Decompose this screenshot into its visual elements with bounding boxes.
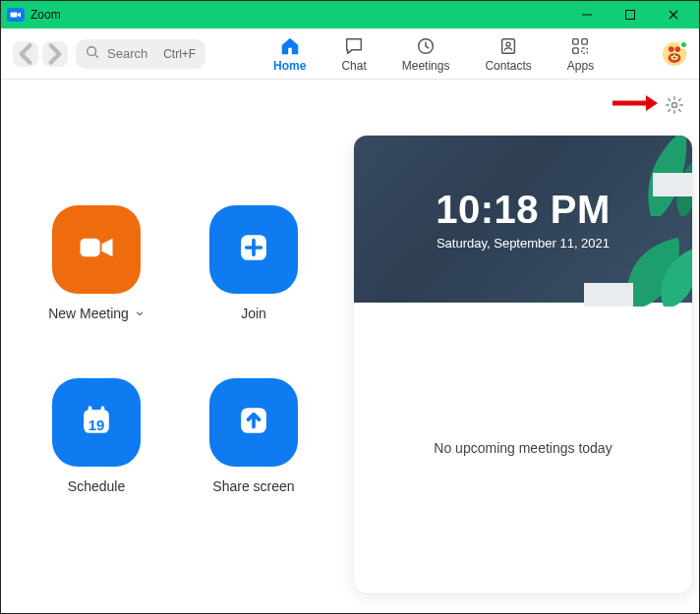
svg-rect-12 <box>573 47 579 53</box>
window-close-button[interactable] <box>652 1 695 28</box>
svg-point-16 <box>669 46 674 52</box>
action-label: Schedule <box>68 478 125 494</box>
window-maximize-button[interactable] <box>609 1 652 28</box>
nav-forward-button[interactable] <box>42 41 68 67</box>
svg-line-6 <box>95 55 98 58</box>
plus-icon <box>232 226 275 273</box>
nav-back-button[interactable] <box>13 41 38 67</box>
tab-meetings[interactable]: Meetings <box>402 35 450 73</box>
action-label: Share screen <box>212 478 294 494</box>
share-up-arrow-icon <box>232 399 275 446</box>
tab-contacts[interactable]: Contacts <box>485 35 531 73</box>
svg-marker-23 <box>646 95 658 111</box>
settings-gear-button[interactable] <box>664 94 685 116</box>
no-meetings-text: No upcoming meetings today <box>434 440 612 456</box>
toolbar: Search Ctrl+F Home Chat Meetings <box>1 28 699 80</box>
tab-apps[interactable]: Apps <box>567 35 594 73</box>
home-icon <box>279 35 301 57</box>
svg-rect-0 <box>11 13 18 18</box>
calendar-day-number: 19 <box>75 399 118 442</box>
svg-rect-11 <box>582 38 588 44</box>
panel-hero: 10:18 PM Saturday, September 11, 2021 <box>354 136 692 303</box>
contacts-icon <box>497 35 519 57</box>
action-label: New Meeting <box>48 306 129 321</box>
clock-date: Saturday, September 11, 2021 <box>437 236 610 251</box>
title-bar: Zoom <box>1 1 699 28</box>
svg-point-19 <box>671 54 673 56</box>
svg-rect-10 <box>573 38 579 44</box>
clock-time: 10:18 PM <box>436 188 610 232</box>
svg-point-20 <box>675 54 677 56</box>
new-meeting-button[interactable]: New Meeting <box>23 205 170 321</box>
apps-icon <box>569 35 591 57</box>
profile-avatar-button[interactable] <box>662 41 687 67</box>
search-input[interactable]: Search Ctrl+F <box>76 39 205 69</box>
tab-chat[interactable]: Chat <box>341 35 366 73</box>
share-screen-button[interactable]: Share screen <box>180 378 327 494</box>
upcoming-panel: 10:18 PM Saturday, September 11, 2021 No… <box>353 135 693 594</box>
search-shortcut: Ctrl+F <box>163 47 196 61</box>
main-tabs: Home Chat Meetings Contacts Apps <box>213 35 654 73</box>
pot-decor-icon <box>653 173 693 196</box>
chevron-down-icon[interactable] <box>135 306 145 321</box>
svg-point-9 <box>506 42 510 46</box>
clock-icon <box>415 35 437 57</box>
presence-dot-icon <box>679 40 688 49</box>
action-label: Join <box>241 306 266 321</box>
search-placeholder: Search <box>107 46 147 61</box>
main-area: New Meeting Join 19 Schedule <box>1 80 699 613</box>
window-title: Zoom <box>30 8 61 22</box>
chat-icon <box>343 35 365 57</box>
window-minimize-button[interactable] <box>565 1 609 28</box>
panel-body: No upcoming meetings today <box>354 303 692 593</box>
svg-point-24 <box>672 103 677 108</box>
red-arrow-annotation <box>611 93 658 117</box>
tab-home[interactable]: Home <box>273 35 306 73</box>
svg-rect-25 <box>81 239 100 256</box>
join-button[interactable]: Join <box>180 205 327 321</box>
svg-point-21 <box>673 56 675 58</box>
svg-rect-2 <box>626 11 635 20</box>
schedule-button[interactable]: 19 Schedule <box>23 378 170 494</box>
search-icon <box>86 45 99 62</box>
calendar-icon: 19 <box>75 399 118 446</box>
video-camera-icon <box>75 226 118 273</box>
zoom-app-icon <box>7 8 25 22</box>
svg-rect-13 <box>582 47 588 53</box>
pot-decor-icon <box>584 283 633 307</box>
